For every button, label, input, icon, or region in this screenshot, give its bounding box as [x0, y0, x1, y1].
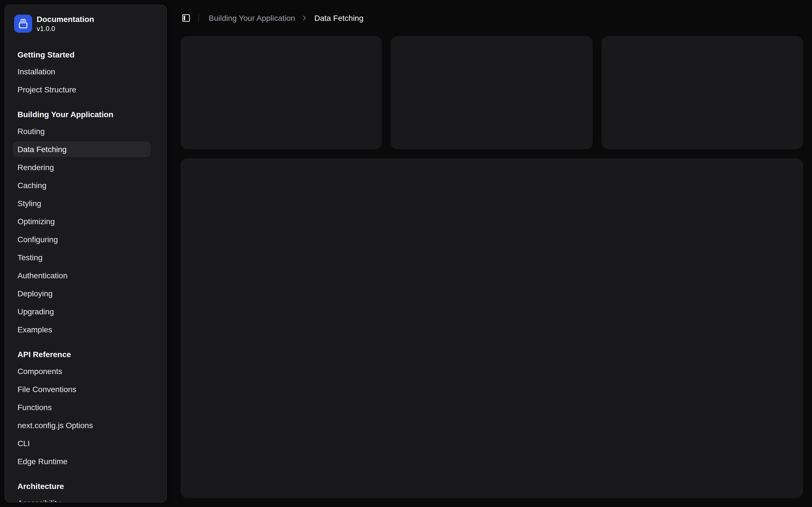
breadcrumb-current-page: Data Fetching: [314, 13, 363, 22]
sidebar-group-label: Building Your Application: [13, 105, 151, 123]
chevron-right-icon: [301, 14, 309, 22]
sidebar-item-testing[interactable]: Testing: [13, 249, 151, 265]
breadcrumb-parent-link[interactable]: Building Your Application: [209, 13, 295, 22]
sidebar-group-api-reference: API ReferenceComponentsFile ConventionsF…: [5, 342, 166, 474]
header-separator: [199, 13, 199, 22]
app-text: Documentation v1.0.0: [37, 14, 94, 33]
breadcrumb: Building Your Application Data Fetching: [209, 13, 363, 22]
sidebar-item-data-fetching[interactable]: Data Fetching: [13, 142, 151, 157]
sidebar-item-upgrading[interactable]: Upgrading: [13, 304, 151, 320]
sidebar-group-building-your-application: Building Your ApplicationRoutingData Fet…: [5, 102, 166, 342]
sidebar-group-label: API Reference: [13, 345, 151, 363]
sidebar: Documentation v1.0.0 Getting StartedInst…: [0, 0, 171, 507]
sidebar-item-deploying[interactable]: Deploying: [13, 286, 151, 301]
sidebar-item-styling[interactable]: Styling: [13, 195, 151, 211]
sidebar-item-accessibility[interactable]: Accessibility: [13, 495, 151, 502]
sidebar-item-optimizing[interactable]: Optimizing: [13, 214, 151, 229]
sidebar-toggle-button[interactable]: [178, 10, 194, 26]
sidebar-header: Documentation v1.0.0: [5, 5, 166, 42]
app-window: Documentation v1.0.0 Getting StartedInst…: [0, 0, 812, 507]
sidebar-item-next-config-js-options[interactable]: next.config.js Options: [13, 417, 151, 433]
sidebar-group-label: Architecture: [13, 477, 151, 495]
app-title: Documentation: [37, 14, 94, 24]
sidebar-group-architecture: ArchitectureAccessibility: [5, 474, 166, 502]
sidebar-item-authentication[interactable]: Authentication: [13, 268, 151, 283]
sidebar-menu: ComponentsFile ConventionsFunctionsnext.…: [13, 363, 151, 469]
placeholder-card: [181, 36, 382, 149]
sidebar-item-functions[interactable]: Functions: [13, 399, 151, 415]
sidebar-item-installation[interactable]: Installation: [13, 64, 151, 79]
main-area: Building Your Application Data Fetching: [171, 0, 812, 507]
placeholder-card: [601, 36, 803, 149]
sidebar-nav: Getting StartedInstallationProject Struc…: [5, 42, 166, 502]
topbar: Building Your Application Data Fetching: [171, 0, 812, 36]
content-placeholder-panel: [181, 158, 803, 498]
sidebar-menu: RoutingData FetchingRenderingCachingStyl…: [13, 123, 151, 337]
app-version: v1.0.0: [37, 24, 94, 33]
content: [171, 36, 812, 507]
sidebar-menu: InstallationProject Structure: [13, 64, 151, 98]
sidebar-item-project-structure[interactable]: Project Structure: [13, 82, 151, 98]
placeholder-card: [391, 36, 593, 149]
sidebar-item-routing[interactable]: Routing: [13, 123, 151, 139]
app-logo: [14, 15, 32, 33]
sidebar-item-rendering[interactable]: Rendering: [13, 159, 151, 175]
sidebar-item-components[interactable]: Components: [13, 363, 151, 379]
sidebar-panel: Documentation v1.0.0 Getting StartedInst…: [4, 4, 167, 503]
panel-left-icon: [182, 13, 191, 22]
sidebar-menu: Accessibility: [13, 495, 151, 502]
sidebar-group-getting-started: Getting StartedInstallationProject Struc…: [5, 42, 166, 102]
sidebar-item-caching[interactable]: Caching: [13, 177, 151, 193]
placeholder-cards-row: [181, 36, 803, 149]
gallery-vertical-end-icon: [18, 18, 28, 29]
sidebar-item-cli[interactable]: CLI: [13, 436, 151, 451]
sidebar-item-file-conventions[interactable]: File Conventions: [13, 381, 151, 397]
sidebar-item-configuring[interactable]: Configuring: [13, 231, 151, 247]
sidebar-item-examples[interactable]: Examples: [13, 322, 151, 337]
app-header-button[interactable]: Documentation v1.0.0: [10, 10, 162, 38]
sidebar-item-edge-runtime[interactable]: Edge Runtime: [13, 453, 151, 469]
sidebar-group-label: Getting Started: [13, 46, 151, 64]
